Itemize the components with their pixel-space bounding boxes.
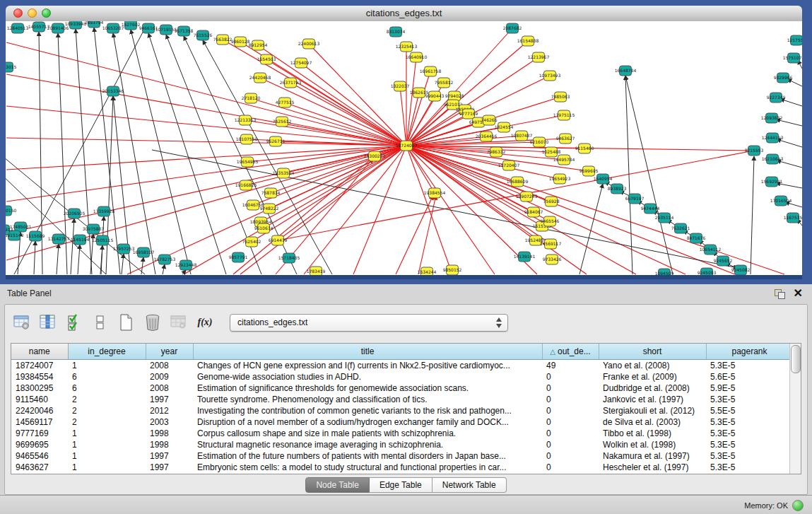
tab-network-table[interactable]: Network Table (433, 477, 507, 493)
table-panel-title: Table Panel (7, 288, 52, 298)
network-window-titlebar[interactable]: citations_edges.txt (6, 6, 802, 22)
float-panel-icon[interactable] (775, 289, 785, 298)
svg-text:17957253: 17957253 (113, 246, 135, 251)
svg-text:19166825: 19166825 (235, 182, 257, 187)
svg-text:9857791: 9857791 (229, 255, 248, 259)
table-row[interactable]: 1872400712008Changes of HCN gene express… (11, 360, 793, 372)
column-header-pagerank[interactable]: pagerank (706, 344, 793, 360)
svg-text:12213363: 12213363 (235, 117, 257, 122)
svg-text:9227349: 9227349 (767, 95, 786, 100)
svg-text:16210643: 16210643 (762, 156, 784, 161)
column-header-in_degree[interactable]: in_degree (68, 344, 146, 360)
svg-text:9860128: 9860128 (231, 39, 250, 44)
svg-text:16782753: 16782753 (154, 257, 176, 262)
svg-text:1824554: 1824554 (495, 124, 514, 129)
svg-text:12754097: 12754097 (290, 60, 312, 65)
column-header-short[interactable]: short (599, 344, 706, 360)
column-header-title[interactable]: title (193, 344, 542, 360)
svg-text:9794028: 9794028 (445, 93, 464, 98)
svg-text:9671358: 9671358 (175, 28, 194, 33)
table-row[interactable]: 2242004622012Investigating the contribut… (11, 405, 793, 416)
column-header-out_degree[interactable]: △out_de... (542, 344, 599, 360)
table-selector-value: citations_edges.txt (230, 315, 507, 331)
graph-nodes: 1284051314055717208914061893394028937941… (6, 21, 802, 275)
graph-edges (6, 28, 802, 274)
node-table-header-row: namein_degreeyeartitle△out_de...shortpag… (11, 344, 793, 360)
table-row[interactable]: 946362711997Embryonic stem cells: a mode… (11, 462, 793, 473)
tab-edge-table[interactable]: Edge Table (370, 477, 433, 493)
network-window-bottom-edge (6, 275, 802, 279)
svg-text:4277515: 4277515 (276, 100, 295, 105)
delete-column-icon[interactable] (143, 313, 163, 332)
table-panel: Table Panel ✕ (0, 284, 812, 514)
svg-text:8912954: 8912954 (249, 42, 268, 47)
column-header-name[interactable]: name (11, 344, 68, 360)
svg-text:15751074: 15751074 (783, 55, 802, 60)
svg-text:8313074: 8313074 (387, 29, 406, 34)
svg-text:16648784: 16648784 (615, 68, 637, 73)
table-row[interactable]: 1938455462009Genome-wide association stu… (11, 371, 793, 382)
svg-text:9184067: 9184067 (524, 209, 543, 214)
close-window-icon[interactable] (13, 8, 23, 18)
svg-text:17016504: 17016504 (770, 198, 792, 203)
svg-text:18933940: 18933940 (65, 21, 87, 26)
table-row[interactable]: 977716911998Corpus callosum shape and si… (11, 428, 793, 439)
svg-text:9329966: 9329966 (774, 75, 793, 80)
table-panel-body: f(x) citations_edges.txt namein_degreeye… (4, 304, 808, 495)
svg-text:17975115: 17975115 (553, 112, 575, 117)
svg-text:17359928: 17359928 (93, 209, 115, 214)
close-panel-icon[interactable]: ✕ (794, 286, 803, 300)
svg-text:9733426: 9733426 (543, 257, 562, 262)
svg-text:1145194: 1145194 (71, 237, 90, 242)
svg-text:16640910: 16640910 (406, 54, 428, 59)
table-toolbar: f(x) citations_edges.txt (12, 310, 508, 334)
svg-text:1640954: 1640954 (594, 176, 613, 181)
table-row[interactable]: 946554611997Estimation of the future num… (11, 450, 793, 462)
svg-text:12093832: 12093832 (761, 115, 783, 120)
svg-text:746266: 746266 (481, 117, 498, 122)
minimize-window-icon[interactable] (28, 8, 37, 18)
table-row[interactable]: 911546021997Tourette syndrome. Phenomeno… (11, 394, 793, 405)
memory-ok-icon[interactable] (792, 500, 804, 511)
svg-text:7632621: 7632621 (671, 226, 690, 230)
table-row[interactable]: 1830029562008Estimation of significance … (11, 382, 793, 394)
zoom-window-icon[interactable] (42, 8, 51, 18)
network-window-title: citations_edges.txt (6, 6, 802, 21)
table-scrollbar-thumb[interactable] (791, 345, 801, 373)
svg-text:1783419: 1783419 (307, 269, 326, 274)
svg-text:7615526: 7615526 (194, 33, 213, 37)
table-row[interactable]: 1456911722003Disruption of a novel membe… (11, 416, 793, 428)
row-mode-icon[interactable] (90, 313, 110, 332)
svg-text:20153346: 20153346 (102, 88, 124, 93)
svg-text:15692971: 15692971 (761, 179, 783, 184)
svg-text:9850152: 9850152 (443, 267, 462, 272)
table-row[interactable]: 969969511998Structural magnetic resonanc… (11, 439, 793, 450)
table-selector-dropdown[interactable]: citations_edges.txt (230, 314, 508, 332)
svg-text:22400613: 22400613 (298, 41, 320, 46)
svg-text:10807487: 10807487 (511, 133, 533, 138)
function-builder-icon[interactable]: f(x) (195, 313, 215, 332)
table-settings-icon[interactable] (12, 313, 32, 332)
svg-text:9463627: 9463627 (556, 136, 575, 141)
dropdown-arrows-icon (496, 317, 502, 329)
table-panel-header: Table Panel ✕ (0, 284, 812, 303)
table-tabs: Node TableEdge TableNetwork Table (5, 477, 807, 492)
svg-text:8215953: 8215953 (745, 148, 764, 153)
svg-text:1025488: 1025488 (542, 149, 561, 154)
table-scrollbar[interactable] (789, 344, 801, 474)
tab-node-table[interactable]: Node Table (305, 477, 370, 493)
svg-text:7587834: 7587834 (261, 190, 281, 195)
network-canvas[interactable]: 1284051314055717208914061893394028937941… (6, 21, 802, 275)
svg-text:24420468: 24420468 (249, 75, 271, 80)
column-header-year[interactable]: year (146, 344, 193, 360)
create-column-icon[interactable] (117, 313, 136, 332)
delete-table-icon[interactable] (169, 313, 189, 332)
select-attributes-icon[interactable] (64, 313, 84, 332)
svg-text:1527602: 1527602 (122, 22, 141, 27)
column-visibility-icon[interactable] (38, 313, 58, 332)
svg-text:6216070: 6216070 (530, 139, 549, 144)
svg-text:12213967: 12213967 (528, 54, 550, 59)
svg-text:15720407: 15720407 (498, 163, 520, 168)
svg-text:19495784: 19495784 (553, 157, 575, 162)
svg-text:9474444: 9474444 (641, 206, 660, 211)
